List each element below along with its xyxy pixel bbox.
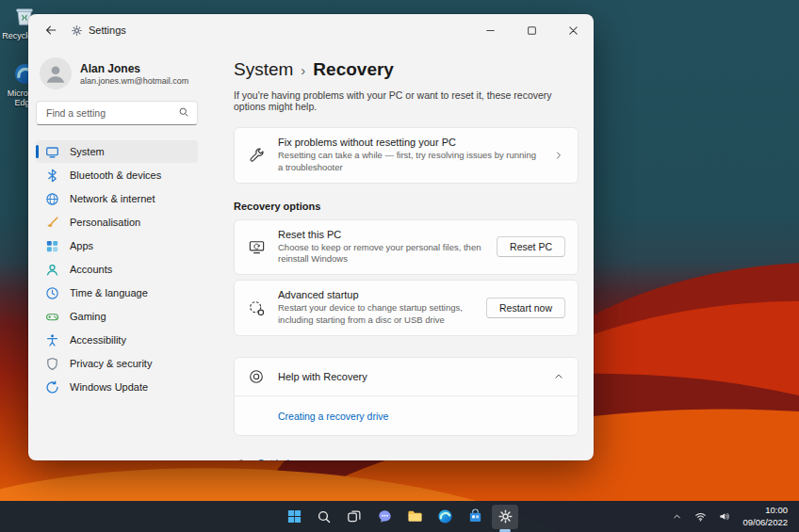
reset-pc-title: Reset this PC	[278, 229, 484, 240]
update-arrows-icon	[45, 380, 59, 395]
troubleshoot-subtitle: Resetting can take a while — first, try …	[278, 150, 540, 174]
wifi-icon[interactable]	[692, 506, 709, 528]
tray-chevron-up-icon[interactable]	[668, 506, 685, 528]
sidebar-item-label: Bluetooth & devices	[70, 169, 161, 181]
settings-nav: System Bluetooth & devices Network & int…	[36, 140, 198, 399]
settings-search[interactable]	[36, 101, 198, 125]
sidebar-item-time-language[interactable]: Time & language	[36, 282, 198, 304]
advanced-startup-subtitle: Restart your device to change startup se…	[278, 302, 474, 327]
desktop: Recycle Bin Microsoft Edge Settings	[0, 0, 799, 532]
advanced-startup-icon	[247, 298, 266, 317]
help-with-recovery-card: Help with Recovery Creating a recovery d…	[234, 357, 579, 436]
sidebar-item-label: Accounts	[70, 264, 112, 275]
wrench-icon	[247, 146, 266, 165]
sidebar-item-label: Privacy & security	[70, 358, 152, 369]
sidebar-item-accounts[interactable]: Accounts	[36, 258, 198, 281]
page-description: If you're having problems with your PC o…	[234, 89, 579, 112]
recovery-drive-link[interactable]: Creating a recovery drive	[278, 411, 388, 422]
sidebar-item-accessibility[interactable]: Accessibility	[36, 329, 198, 351]
clock-date: 09/06/2022	[742, 517, 788, 528]
sidebar-item-bluetooth-devices[interactable]: Bluetooth & devices	[36, 164, 198, 186]
globe-icon	[45, 192, 59, 206]
page-title: Recovery	[313, 59, 394, 80]
get-help-link[interactable]: Get help	[234, 457, 579, 460]
close-button[interactable]	[552, 14, 594, 46]
window-titlebar[interactable]: Settings	[28, 14, 594, 46]
gamepad-icon	[45, 310, 59, 324]
system-tray: 10:00 09/06/2022	[668, 501, 796, 532]
help-card-header[interactable]: Help with Recovery	[235, 358, 578, 395]
maximize-button[interactable]	[511, 14, 552, 46]
person-icon	[45, 263, 59, 277]
user-name: Alan Jones	[80, 62, 188, 75]
sidebar-item-gaming[interactable]: Gaming	[36, 305, 198, 328]
user-profile[interactable]: Alan Jones alan.jones.wm@hotmail.com	[36, 50, 198, 101]
volume-icon[interactable]	[715, 506, 732, 528]
shield-icon	[45, 357, 59, 371]
clock-time: 10:00	[742, 505, 788, 516]
sidebar-item-label: Windows Update	[70, 381, 148, 393]
back-button[interactable]	[38, 18, 64, 42]
breadcrumb-separator: ›	[301, 62, 305, 78]
sidebar-item-label: Time & language	[70, 287, 148, 298]
restart-now-button[interactable]: Restart now	[486, 298, 565, 318]
help-ring-icon	[247, 367, 266, 386]
chevron-up-icon[interactable]	[552, 371, 565, 382]
sidebar-item-label: System	[70, 146, 105, 157]
sidebar-item-apps[interactable]: Apps	[36, 234, 198, 257]
open-app-indicator	[499, 529, 511, 532]
taskbar-settings-button[interactable]	[492, 505, 518, 529]
sidebar-item-windows-update[interactable]: Windows Update	[36, 376, 198, 398]
avatar	[40, 57, 72, 89]
sidebar-item-label: Personalisation	[70, 217, 140, 228]
apps-grid-icon	[45, 239, 59, 253]
clock-icon	[45, 286, 59, 300]
reset-pc-button[interactable]: Reset PC	[497, 236, 565, 257]
caption-buttons	[469, 14, 594, 46]
sidebar-item-label: Network & internet	[70, 193, 155, 204]
start-button[interactable]	[281, 505, 307, 529]
settings-sidebar: Alan Jones alan.jones.wm@hotmail.com Sys…	[28, 46, 205, 460]
task-view-button[interactable]	[341, 505, 367, 529]
chat-button[interactable]	[371, 505, 398, 529]
accessibility-icon	[45, 333, 59, 347]
headset-icon	[234, 457, 248, 460]
sidebar-item-label: Gaming	[70, 311, 106, 322]
microsoft-store-button[interactable]	[462, 505, 488, 529]
breadcrumb-system[interactable]: System	[234, 59, 293, 80]
taskbar-clock[interactable]: 10:00 09/06/2022	[739, 503, 791, 530]
chevron-right-icon	[552, 150, 565, 161]
search-input[interactable]	[44, 106, 172, 120]
sidebar-item-label: Apps	[70, 240, 93, 251]
reset-pc-card: Reset this PC Choose to keep or remove y…	[234, 219, 579, 276]
troubleshoot-title: Fix problems without resetting your PC	[278, 137, 540, 148]
sidebar-item-system[interactable]: System	[36, 140, 198, 163]
paintbrush-icon	[45, 216, 59, 230]
page-footer-links: Get help Give feedback	[234, 457, 579, 460]
advanced-startup-title: Advanced startup	[278, 289, 474, 300]
sidebar-item-network-internet[interactable]: Network & internet	[36, 187, 198, 210]
recovery-page: System › Recovery If you're having probl…	[205, 46, 594, 460]
section-recovery-options: Recovery options	[234, 201, 579, 212]
help-card-title: Help with Recovery	[278, 371, 540, 382]
reset-pc-subtitle: Choose to keep or remove your personal f…	[278, 242, 484, 266]
user-email: alan.jones.wm@hotmail.com	[80, 76, 188, 86]
settings-app-icon	[68, 22, 85, 39]
file-explorer-button[interactable]	[401, 505, 428, 529]
edge-button[interactable]	[432, 505, 458, 529]
taskbar-search-button[interactable]	[311, 505, 337, 529]
taskbar: 10:00 09/06/2022	[0, 501, 799, 532]
bluetooth-icon	[45, 169, 59, 183]
reset-pc-icon	[247, 237, 266, 256]
get-help-label: Get help	[257, 458, 295, 460]
sidebar-item-personalisation[interactable]: Personalisation	[36, 211, 198, 234]
sidebar-item-privacy-security[interactable]: Privacy & security	[36, 352, 198, 375]
breadcrumb: System › Recovery	[234, 59, 579, 80]
troubleshoot-card[interactable]: Fix problems without resetting your PC R…	[234, 127, 579, 184]
system-icon	[45, 145, 59, 159]
settings-window: Settings Alan Jones alan.jones.wm@hotmai…	[28, 14, 594, 460]
search-icon	[178, 105, 189, 121]
window-title: Settings	[89, 24, 126, 36]
minimize-button[interactable]	[469, 14, 511, 46]
sidebar-item-label: Accessibility	[70, 334, 126, 346]
